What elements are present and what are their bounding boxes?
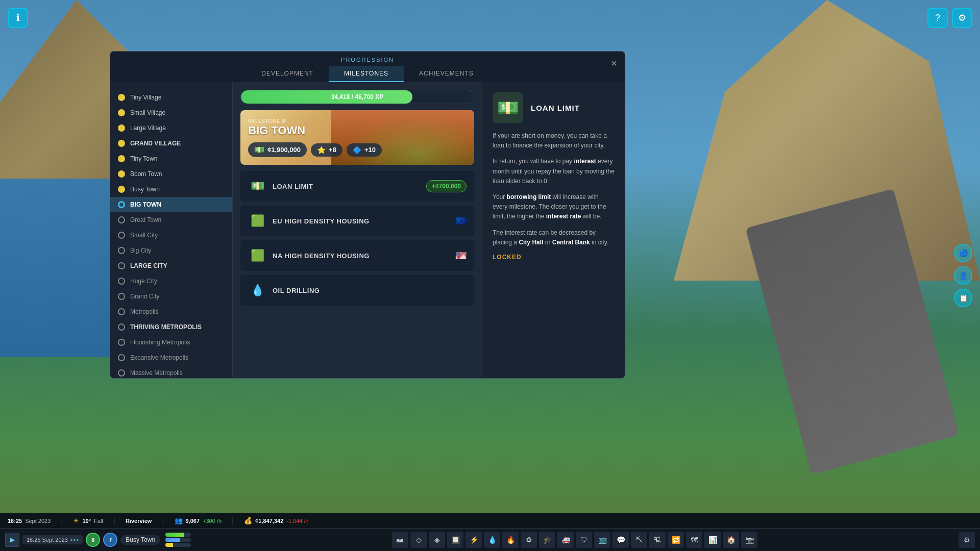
milestone-dot-active bbox=[118, 201, 125, 208]
milestone-item-flourishing-metropolis[interactable]: Flourishing Metropolis bbox=[110, 335, 232, 350]
unlock-na-housing-name: NA HIGH DENSITY HOUSING bbox=[273, 252, 449, 260]
milestone-item-small-village[interactable]: Small Village bbox=[110, 105, 232, 120]
milestone-item-grand-village[interactable]: GRAND VILLAGE bbox=[110, 136, 232, 151]
status-weather: ☀ 10° Fall bbox=[73, 517, 103, 524]
toolbar-water[interactable]: 💧 bbox=[484, 532, 500, 548]
diamond-icon: 🔷 bbox=[353, 146, 361, 154]
milestone-dot bbox=[118, 170, 125, 178]
info-button[interactable]: ℹ bbox=[8, 8, 28, 28]
top-right-icons: ? ⚙ bbox=[927, 8, 972, 28]
milestone-item-small-city[interactable]: Small City bbox=[110, 228, 232, 243]
milestone-item-big-town[interactable]: BIG TOWN bbox=[110, 197, 232, 212]
money-status-icon: 💰 bbox=[244, 517, 252, 524]
toolbar-routes[interactable]: 🔁 bbox=[668, 532, 684, 548]
toolbar-roads[interactable]: 🔲 bbox=[447, 532, 463, 548]
toolbar-education[interactable]: 🎓 bbox=[539, 532, 555, 548]
level-blue-badge: 7 bbox=[103, 533, 117, 547]
milestone-item-metropolis[interactable]: Metropolis bbox=[110, 304, 232, 319]
oil-drilling-icon: 💧 bbox=[248, 281, 266, 299]
time-display: 16:25 Sept 2023 >>> bbox=[22, 535, 83, 544]
milestone-item-tiny-town[interactable]: Tiny Town bbox=[110, 151, 232, 166]
level-green-badge: 8 bbox=[86, 533, 100, 547]
toolbar-district[interactable]: ◇ bbox=[410, 532, 427, 548]
unlock-na-housing[interactable]: 🟩 NA HIGH DENSITY HOUSING 🇺🇸 bbox=[240, 240, 474, 271]
toolbar-camera[interactable]: 📷 bbox=[741, 532, 757, 548]
toolbar-map[interactable]: 🗺 bbox=[686, 532, 702, 548]
toolbar-housing[interactable]: 🏠 bbox=[723, 532, 739, 548]
modal-tabs: DEVELOPMENT MILESTONES ACHIEVEMENTS bbox=[120, 66, 615, 82]
milestone-dot bbox=[118, 109, 125, 116]
toolbar-power[interactable]: ⚡ bbox=[465, 532, 482, 548]
eu-housing-icon: 🟩 bbox=[248, 212, 266, 230]
taskbar-left: ▶ 16:25 Sept 2023 >>> 8 7 Busy Town bbox=[5, 533, 191, 547]
toolbar-stats[interactable]: 📊 bbox=[704, 532, 721, 548]
help-button[interactable]: ? bbox=[927, 8, 948, 28]
milestone-item-grand-city[interactable]: Grand City bbox=[110, 289, 232, 304]
reward-icon-large: 💵 bbox=[493, 92, 523, 123]
xp-mini-bar-3 bbox=[165, 543, 191, 547]
time-value: 16:25 bbox=[8, 518, 22, 524]
milestone-item-massive-metropolis[interactable]: Massive Metropolis bbox=[110, 365, 232, 378]
status-map: Riverview bbox=[126, 518, 152, 524]
milestone-item-big-city[interactable]: Big City bbox=[110, 243, 232, 258]
tab-milestones[interactable]: MILESTONES bbox=[329, 66, 404, 82]
xp-bar-container: 34,418 / 46,700 XP bbox=[240, 90, 474, 104]
toolbar-build[interactable]: 🏗 bbox=[649, 532, 666, 548]
settings-button[interactable]: ⚙ bbox=[952, 8, 972, 28]
play-button[interactable]: ▶ bbox=[5, 533, 19, 547]
milestone-item-tiny-village[interactable]: Tiny Village bbox=[110, 90, 232, 105]
money-icon: 💵 bbox=[254, 145, 264, 155]
milestone-dot bbox=[118, 293, 125, 300]
milestone-item-boom-town[interactable]: Boom Town bbox=[110, 166, 232, 182]
unlock-loan-limit[interactable]: 💵 LOAN LIMIT +¢700,000 bbox=[240, 171, 474, 202]
eu-flag-icon: 🇪🇺 bbox=[455, 215, 467, 227]
speed-button[interactable]: >>> bbox=[70, 537, 79, 543]
status-time: 16:25 Sept 2023 bbox=[8, 518, 51, 524]
xp-mini-fill-3 bbox=[165, 543, 173, 547]
toolbar-media[interactable]: 📺 bbox=[594, 532, 610, 548]
milestone-item-thriving-metropolis[interactable]: THRIVING METROPOLIS bbox=[110, 319, 232, 335]
toolbar-fire[interactable]: 🔥 bbox=[502, 532, 519, 548]
toolbar-zones[interactable]: 🏘 bbox=[392, 532, 408, 548]
milestone-item-large-city[interactable]: LARGE CITY bbox=[110, 258, 232, 273]
unlock-oil-drilling-name: OIL DRILLING bbox=[273, 287, 467, 294]
taskbar-extra-1[interactable]: ⚙ bbox=[959, 532, 975, 548]
unlock-loan-badge: +¢700,000 bbox=[426, 180, 467, 192]
log-icon[interactable]: 📋 bbox=[954, 289, 972, 307]
advisor-icon[interactable]: 🔵 bbox=[954, 244, 972, 262]
status-bar: 16:25 Sept 2023 | ☀ 10° Fall | Riverview… bbox=[0, 513, 980, 528]
tab-achievements[interactable]: ACHIEVEMENTS bbox=[404, 66, 489, 82]
xp-mini-bar-2 bbox=[165, 538, 191, 542]
milestone-item-great-town[interactable]: Great Town bbox=[110, 212, 232, 228]
unlock-eu-housing-name: EU HIGH DENSITY HOUSING bbox=[273, 217, 449, 225]
unlock-eu-housing[interactable]: 🟩 EU HIGH DENSITY HOUSING 🇪🇺 bbox=[240, 206, 474, 236]
milestone-dot bbox=[118, 124, 125, 132]
toolbar-lots[interactable]: ◈ bbox=[429, 532, 445, 548]
milestone-dot bbox=[118, 216, 125, 223]
toolbar-recycling[interactable]: ♻ bbox=[521, 532, 537, 548]
toolbar-transport[interactable]: 💬 bbox=[612, 532, 629, 548]
right-panel: 💵 LOAN LIMIT If your are short on money,… bbox=[482, 82, 625, 378]
toolbar-health[interactable]: 🚑 bbox=[557, 532, 574, 548]
toolbar-safety[interactable]: 🛡 bbox=[576, 532, 592, 548]
population-icon: 👥 bbox=[175, 517, 183, 524]
unlock-oil-drilling[interactable]: 💧 OIL DRILLING bbox=[240, 275, 474, 306]
toolbar-industry[interactable]: ⛏ bbox=[631, 532, 647, 548]
reward-header: 💵 LOAN LIMIT bbox=[493, 92, 615, 123]
tab-development[interactable]: DEVELOPMENT bbox=[246, 66, 329, 82]
milestone-name: BIG TOWN bbox=[248, 124, 467, 137]
milestone-item-busy-town[interactable]: Busy Town bbox=[110, 182, 232, 197]
star-icon: ⭐ bbox=[317, 146, 326, 154]
milestone-item-huge-city[interactable]: Huge City bbox=[110, 273, 232, 289]
modal-header: PROGRESSION DEVELOPMENT MILESTONES ACHIE… bbox=[110, 52, 625, 82]
city-name-badge: Busy Town bbox=[120, 535, 160, 545]
milestone-item-expansive-metropolis[interactable]: Expansive Metropolis bbox=[110, 350, 232, 365]
milestone-number: MILESTONE 8 bbox=[248, 118, 467, 124]
profile-icon[interactable]: 👤 bbox=[954, 266, 972, 285]
weather-icon: ☀ bbox=[73, 517, 79, 524]
milestone-dot bbox=[118, 262, 125, 269]
milestone-card: MILESTONE 8 BIG TOWN 💵 ¢1,900,000 ⭐ +8 🔷 bbox=[240, 110, 474, 165]
milestone-item-large-village[interactable]: Large Village bbox=[110, 120, 232, 136]
close-button[interactable]: × bbox=[611, 58, 617, 69]
modal-title: PROGRESSION bbox=[120, 57, 615, 63]
